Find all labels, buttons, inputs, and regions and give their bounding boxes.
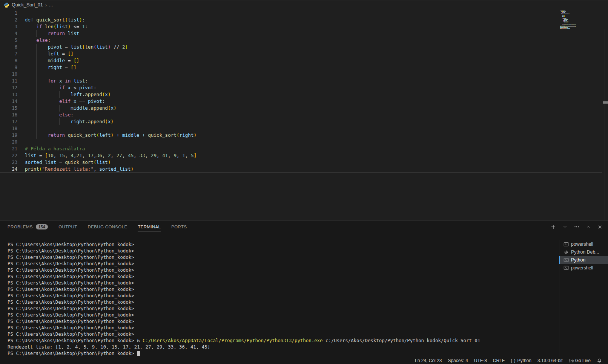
panel-tab-debug-console[interactable]: DEBUG CONSOLE — [88, 221, 127, 233]
code-line[interactable]: 4 return list — [0, 30, 608, 37]
code-line[interactable]: 14 elif x == pivot: — [0, 98, 608, 105]
indent-guide — [48, 112, 48, 118]
line-number[interactable]: 4 — [0, 30, 17, 37]
panel-tab-terminal[interactable]: TERMINAL — [138, 221, 161, 233]
status-item-notifications[interactable] — [594, 357, 605, 364]
line-number[interactable]: 20 — [0, 139, 17, 145]
panel-tab-ports[interactable]: PORTS — [171, 221, 187, 233]
code-line[interactable]: 8 middle = [] — [0, 57, 608, 64]
code-line[interactable]: 10 — [0, 71, 608, 78]
line-number[interactable]: 5 — [0, 37, 17, 44]
terminal-line: PS C:\Users\Akos\Desktop\Python\Python_k… — [8, 241, 557, 248]
line-number[interactable]: 10 — [0, 71, 17, 78]
panel-header: PROBLEMS154OUTPUTDEBUG CONSOLETERMINALPO… — [0, 221, 608, 233]
line-number[interactable]: 14 — [0, 98, 17, 105]
terminal-line: PS C:\Users\Akos\Desktop\Python\Python_k… — [8, 312, 557, 318]
indent-guide — [25, 64, 25, 71]
terminal-output[interactable]: PS C:\Users\Akos\Desktop\Python\Python_k… — [8, 241, 557, 357]
status-item-indentation[interactable]: Spaces: 4 — [445, 357, 471, 364]
status-item-go-live[interactable]: Go Live — [566, 357, 594, 364]
terminal-tabs-list: powershellPython Deb...Pythonpowershell — [559, 240, 608, 357]
more-actions-ellipsis-icon[interactable] — [574, 224, 580, 230]
code-line[interactable]: 13 left.append(x) — [0, 91, 608, 98]
code-line[interactable]: 18 — [0, 125, 608, 132]
code-line[interactable]: 21# Példa a használatra — [0, 145, 608, 152]
indent-guide — [36, 30, 37, 37]
code-line[interactable]: 17 right.append(x) — [0, 118, 608, 125]
braces-icon: { } — [511, 358, 516, 363]
code-line[interactable]: 22list = [10, 15, 4,21, 17,36, 2, 27, 45… — [0, 152, 608, 159]
line-number[interactable]: 24 — [0, 166, 17, 173]
code-line[interactable]: 7 left = [] — [0, 50, 608, 57]
terminal-line: PS C:\Users\Akos\Desktop\Python\Python_k… — [8, 273, 557, 280]
line-number[interactable]: 3 — [0, 23, 17, 30]
line-number[interactable]: 13 — [0, 91, 17, 98]
code-line[interactable]: 1 — [0, 10, 608, 17]
status-item-python-interpreter[interactable]: 3.13.0 64-bit — [534, 357, 566, 364]
line-number[interactable]: 8 — [0, 57, 17, 64]
new-terminal-plus-icon[interactable] — [550, 224, 556, 230]
breadcrumb-symbol-path[interactable]: ... — [49, 2, 53, 8]
code-text: left.append(x) — [17, 91, 111, 98]
code-line[interactable]: 2def quick_sort(list): — [0, 17, 608, 23]
line-number[interactable]: 7 — [0, 50, 17, 57]
line-number[interactable]: 18 — [0, 125, 17, 132]
indent-guide — [25, 118, 25, 125]
terminal-tab-powershell[interactable]: powershell — [559, 240, 608, 248]
terminal-tab-python[interactable]: Python — [559, 256, 608, 264]
code-line[interactable]: 12 if x < pivot: — [0, 84, 608, 91]
overview-ruler — [605, 29, 605, 220]
indent-guide — [36, 44, 37, 50]
line-number[interactable]: 9 — [0, 64, 17, 71]
indent-guide — [48, 98, 48, 105]
maximize-panel-chevron-up-icon[interactable] — [586, 224, 591, 229]
panel-tab-problems[interactable]: PROBLEMS154 — [8, 221, 48, 233]
indent-guide — [25, 91, 25, 98]
code-editor[interactable]: 12def quick_sort(list):3 if len(list) <=… — [0, 10, 608, 220]
line-number[interactable]: 21 — [0, 145, 17, 152]
code-line[interactable]: 24print("Rendezett lista:", sorted_list) — [0, 166, 608, 173]
line-number[interactable]: 12 — [0, 84, 17, 91]
status-item-eol[interactable]: CRLF — [490, 357, 508, 364]
line-number[interactable]: 11 — [0, 78, 17, 84]
launch-profile-chevron-down-icon[interactable] — [562, 224, 568, 229]
line-number[interactable]: 22 — [0, 152, 17, 159]
code-line[interactable]: 23sorted_list = quick_sort(list) — [0, 159, 608, 166]
code-line[interactable]: 11 for x in list: — [0, 78, 608, 84]
indent-guide — [36, 64, 37, 71]
close-panel-close-icon[interactable] — [597, 224, 603, 230]
breadcrumb-file[interactable]: Quick_Sort_01 — [12, 2, 43, 8]
code-line[interactable]: 3 if len(list) <= 1: — [0, 23, 608, 30]
line-number[interactable]: 15 — [0, 105, 17, 112]
indent-guide — [48, 105, 48, 112]
terminal-tab-python-deb-[interactable]: Python Deb... — [559, 248, 608, 256]
status-item-encoding[interactable]: UTF-8 — [471, 357, 490, 364]
indent-guide — [25, 37, 25, 44]
status-item-language-mode[interactable]: { }Python — [508, 357, 534, 364]
breadcrumb: Quick_Sort_01 › ... — [0, 0, 608, 9]
line-number[interactable]: 16 — [0, 112, 17, 118]
code-line[interactable]: 9 right = [] — [0, 64, 608, 71]
line-number[interactable]: 1 — [0, 10, 17, 17]
code-text: middle = [] — [17, 57, 79, 64]
terminal-tab-powershell[interactable]: powershell — [559, 264, 608, 272]
code-line[interactable]: 5 else: — [0, 37, 608, 44]
code-line[interactable]: 15 middle.append(x) — [0, 105, 608, 112]
code-line[interactable]: 20 — [0, 139, 608, 145]
line-number[interactable]: 6 — [0, 44, 17, 50]
code-text: return quick_sort(left) + middle + quick… — [17, 132, 197, 139]
code-line[interactable]: 16 else: — [0, 112, 608, 118]
panel-tab-output[interactable]: OUTPUT — [58, 221, 77, 233]
line-number[interactable]: 23 — [0, 159, 17, 166]
line-number[interactable]: 2 — [0, 17, 17, 23]
indent-guide — [36, 50, 37, 57]
minimap[interactable] — [560, 10, 585, 29]
terminal-line: PS C:\Users\Akos\Desktop\Python\Python_k… — [8, 254, 557, 260]
indent-guide — [36, 118, 37, 125]
line-number[interactable]: 19 — [0, 132, 17, 139]
line-number[interactable]: 17 — [0, 118, 17, 125]
code-line[interactable]: 19 return quick_sort(left) + middle + qu… — [0, 132, 608, 139]
status-item-cursor-position[interactable]: Ln 24, Col 23 — [412, 357, 445, 364]
status-item-label: Spaces: 4 — [448, 358, 468, 363]
code-line[interactable]: 6 pivot = list[len(list) // 2] — [0, 44, 608, 50]
